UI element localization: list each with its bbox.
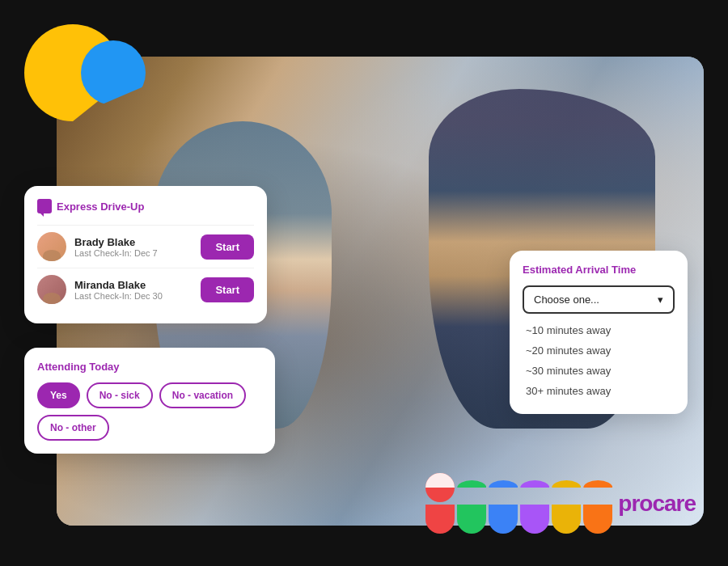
arrival-title: Estimated Arrival Time	[523, 264, 675, 276]
logo-dot-purple	[520, 473, 549, 488]
brand-name: procare	[618, 492, 696, 515]
arrival-option-1[interactable]: ~10 minutes away	[523, 320, 675, 340]
person-checkin-2: Last Check-In: Dec 30	[74, 291, 163, 301]
scene: Express Drive-Up Brady Blake Last Check-…	[24, 24, 704, 542]
drive-up-header: Express Drive-Up	[37, 199, 254, 213]
attendance-buttons: Yes No - sick No - vacation No - other	[37, 382, 262, 441]
avatar-miranda	[37, 275, 66, 304]
arrival-card: Estimated Arrival Time Choose one... ▾ ~…	[510, 251, 688, 414]
person-name-2: Miranda Blake	[74, 279, 163, 291]
person-name-1: Brady Blake	[74, 236, 158, 248]
avatar-brady	[37, 232, 66, 261]
attending-card: Attending Today Yes No - sick No - vacat…	[24, 348, 275, 454]
start-button-2[interactable]: Start	[201, 277, 254, 302]
attend-other-button[interactable]: No - other	[37, 415, 109, 441]
dropdown-label: Choose one...	[534, 294, 599, 306]
logo-dot-orange	[583, 473, 612, 488]
brand-logo-area: procare	[425, 473, 696, 534]
attend-sick-button[interactable]: No - sick	[87, 382, 153, 408]
logo-dot-yellow	[552, 473, 581, 488]
drive-up-card: Express Drive-Up Brady Blake Last Check-…	[24, 186, 267, 323]
logo-dot-red	[425, 473, 455, 502]
person-details-2: Miranda Blake Last Check-In: Dec 30	[74, 279, 163, 301]
logo-dots-row: procare	[425, 473, 696, 534]
attend-yes-button[interactable]: Yes	[37, 382, 80, 408]
arrival-option-2[interactable]: ~20 minutes away	[523, 340, 675, 361]
start-button-1[interactable]: Start	[201, 234, 254, 260]
chevron-down-icon: ▾	[658, 294, 663, 306]
arrival-dropdown[interactable]: Choose one... ▾	[523, 285, 675, 314]
person-row-2: Miranda Blake Last Check-In: Dec 30 Star…	[37, 268, 254, 310]
arrival-option-3[interactable]: ~30 minutes away	[523, 361, 675, 381]
person-details-1: Brady Blake Last Check-In: Dec 7	[74, 236, 158, 258]
attending-title: Attending Today	[37, 361, 262, 373]
logo-dot-blue	[489, 473, 518, 488]
person-row-1: Brady Blake Last Check-In: Dec 7 Start	[37, 225, 254, 268]
person-info-2: Miranda Blake Last Check-In: Dec 30	[37, 275, 163, 304]
chat-icon	[37, 199, 52, 213]
person-checkin-1: Last Check-In: Dec 7	[74, 248, 158, 258]
logo-dot-green	[457, 473, 486, 488]
drive-up-title: Express Drive-Up	[57, 201, 144, 213]
attend-vacation-button[interactable]: No - vacation	[159, 382, 246, 408]
arrival-option-4[interactable]: 30+ minutes away	[523, 381, 675, 401]
person-info-1: Brady Blake Last Check-In: Dec 7	[37, 232, 158, 261]
